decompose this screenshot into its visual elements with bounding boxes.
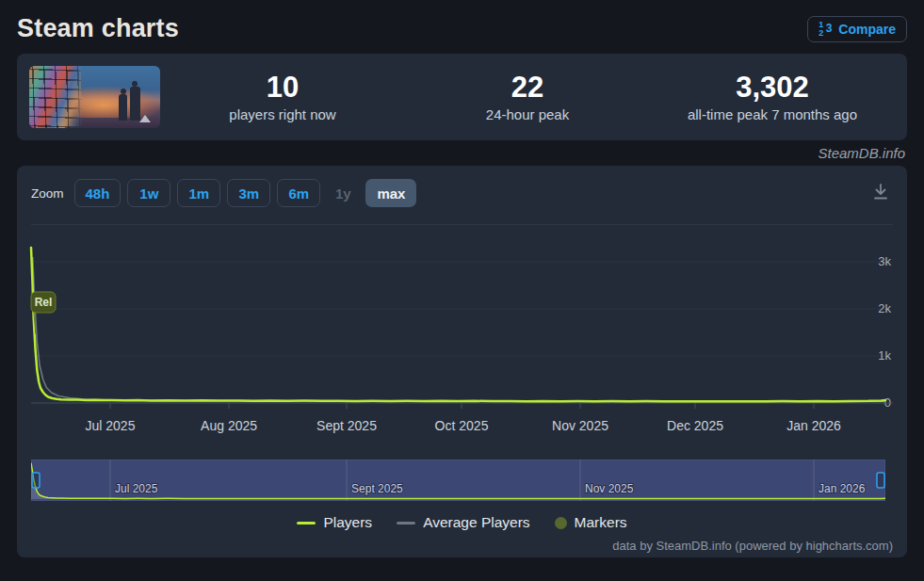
zoom-3m-button[interactable]: 3m	[227, 179, 270, 207]
y-axis-tick-label: 2k	[878, 301, 891, 315]
navigator-month-label: Nov 2025	[585, 482, 634, 495]
highcharts-credits-link[interactable]: data by SteamDB.info (powered by highcha…	[612, 539, 893, 553]
stat-value: 10	[160, 72, 405, 104]
average-players-line[interactable]	[33, 257, 885, 402]
players-line-swatch-icon	[297, 522, 316, 525]
navigator-handle-left[interactable]	[32, 473, 40, 488]
stat-value: 22	[405, 72, 650, 104]
download-chart-button[interactable]	[868, 180, 893, 207]
x-axis-tick-label: Sept 2025	[316, 418, 377, 433]
y-axis-tick-label: 1k	[878, 348, 891, 363]
navigator-handle-right[interactable]	[877, 473, 884, 488]
navigator-month-label: Jul 2025	[115, 482, 158, 495]
capsule-logo-art	[139, 115, 151, 122]
compare-123-icon: 1 2 3	[819, 22, 832, 36]
players-chart-plot[interactable]: 3k2k1k0Jul 2025Aug 2025Sept 2025Oct 2025…	[17, 227, 907, 448]
legend-item-average-players[interactable]: Average Players	[397, 514, 529, 531]
average-line-swatch-icon	[397, 522, 415, 525]
x-axis-tick-label: Jul 2025	[86, 418, 136, 433]
compare-button[interactable]: 1 2 3 Compare	[807, 16, 907, 42]
zoom-48h-button[interactable]: 48h	[74, 179, 122, 207]
legend-label: Markers	[575, 514, 627, 531]
stat-value: 3,302	[650, 72, 895, 104]
chart-navigator[interactable]: Jul 2025Sept 2025Nov 2025Jan 2026	[31, 460, 885, 501]
zoom-max-button[interactable]: max	[365, 179, 416, 207]
zoom-1w-button[interactable]: 1w	[127, 179, 170, 207]
y-axis-tick-label: 3k	[878, 254, 891, 268]
x-axis-tick-label: Jan 2026	[786, 418, 841, 433]
steamdb-watermark: SteamDB.info	[0, 140, 924, 166]
page-header: Steam charts 1 2 3 Compare	[0, 0, 924, 54]
legend-item-players[interactable]: Players	[297, 514, 372, 531]
stat-label: all-time peak 7 months ago	[650, 106, 895, 122]
markers-swatch-icon	[555, 517, 567, 529]
chart-card: Zoom 48h 1w 1m 3m 6m 1y max 3k2k1k0Jul 2…	[17, 166, 907, 557]
capsule-mosaic-art	[29, 66, 83, 128]
x-axis-tick-label: Aug 2025	[201, 418, 257, 433]
x-axis-tick-label: Nov 2025	[552, 418, 608, 433]
stat-alltime-peak: 3,302 all-time peak 7 months ago	[650, 72, 895, 122]
navigator-mask[interactable]	[31, 460, 885, 501]
compare-button-label: Compare	[838, 22, 896, 37]
zoom-1m-button[interactable]: 1m	[177, 179, 220, 207]
zoom-1y-button[interactable]: 1y	[327, 179, 359, 207]
stat-label: players right now	[160, 106, 405, 122]
download-icon	[870, 182, 891, 202]
x-axis-tick-label: Oct 2025	[435, 418, 489, 433]
game-capsule-image[interactable]	[29, 66, 160, 128]
navigator-month-label: Jan 2026	[819, 482, 866, 495]
x-axis-tick-label: Dec 2025	[667, 418, 723, 433]
zoom-label: Zoom	[31, 186, 64, 201]
stat-24h-peak: 22 24-hour peak	[405, 72, 650, 122]
chart-toolbar: Zoom 48h 1w 1m 3m 6m 1y max	[31, 179, 893, 207]
release-marker-label: Rel	[35, 296, 53, 309]
legend-label: Average Players	[423, 514, 529, 531]
chart-legend: Players Average Players Markers	[17, 514, 907, 531]
stat-label: 24-hour peak	[405, 106, 650, 122]
stats-card: 10 players right now 22 24-hour peak 3,3…	[17, 54, 907, 140]
zoom-6m-button[interactable]: 6m	[277, 179, 320, 207]
players-line[interactable]	[31, 248, 885, 401]
navigator-month-label: Sept 2025	[351, 482, 403, 495]
legend-item-markers[interactable]: Markers	[555, 514, 627, 531]
page-title: Steam charts	[17, 14, 179, 43]
toolbar-divider	[31, 224, 893, 225]
stat-players-now: 10 players right now	[160, 72, 405, 122]
legend-label: Players	[323, 514, 372, 531]
capsule-figure-art	[119, 94, 127, 121]
